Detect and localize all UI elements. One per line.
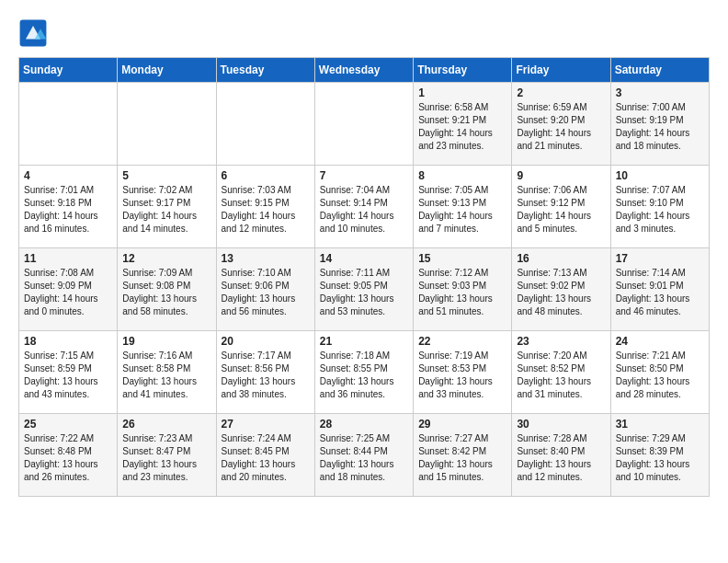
day-info: Sunrise: 7:19 AM Sunset: 8:53 PM Dayligh… <box>418 350 506 401</box>
day-number: 29 <box>418 418 506 431</box>
day-info: Sunrise: 7:06 AM Sunset: 9:12 PM Dayligh… <box>517 184 605 236</box>
day-number: 2 <box>517 86 605 99</box>
calendar-week-row: 25Sunrise: 7:22 AM Sunset: 8:48 PM Dayli… <box>19 414 710 497</box>
calendar-cell: 18Sunrise: 7:15 AM Sunset: 8:59 PM Dayli… <box>19 331 118 414</box>
day-number: 8 <box>418 169 506 182</box>
calendar-cell: 29Sunrise: 7:27 AM Sunset: 8:42 PM Dayli… <box>414 414 512 497</box>
calendar-week-row: 18Sunrise: 7:15 AM Sunset: 8:59 PM Dayli… <box>19 331 710 414</box>
day-info: Sunrise: 7:24 AM Sunset: 8:45 PM Dayligh… <box>222 432 310 484</box>
calendar-week-row: 1Sunrise: 6:58 AM Sunset: 9:21 PM Daylig… <box>19 83 710 166</box>
day-info: Sunrise: 6:59 AM Sunset: 9:20 PM Dayligh… <box>517 101 605 153</box>
day-info: Sunrise: 7:11 AM Sunset: 9:05 PM Dayligh… <box>320 267 408 318</box>
day-info: Sunrise: 7:00 AM Sunset: 9:19 PM Dayligh… <box>616 101 704 153</box>
calendar-cell: 7Sunrise: 7:04 AM Sunset: 9:14 PM Daylig… <box>314 166 413 248</box>
calendar-cell: 19Sunrise: 7:16 AM Sunset: 8:58 PM Dayli… <box>118 331 216 414</box>
day-number: 7 <box>320 169 408 182</box>
day-info: Sunrise: 7:15 AM Sunset: 8:59 PM Dayligh… <box>24 350 112 401</box>
header-thursday: Thursday <box>414 58 512 83</box>
day-info: Sunrise: 7:28 AM Sunset: 8:40 PM Dayligh… <box>517 432 605 484</box>
calendar-header-row: SundayMondayTuesdayWednesdayThursdayFrid… <box>19 58 710 83</box>
header-saturday: Saturday <box>610 58 709 83</box>
calendar-cell: 21Sunrise: 7:18 AM Sunset: 8:55 PM Dayli… <box>314 331 413 414</box>
day-info: Sunrise: 7:13 AM Sunset: 9:02 PM Dayligh… <box>517 267 605 318</box>
header-friday: Friday <box>512 58 610 83</box>
header-wednesday: Wednesday <box>314 58 413 83</box>
logo <box>18 18 51 48</box>
day-number: 27 <box>222 418 310 431</box>
day-info: Sunrise: 7:23 AM Sunset: 8:47 PM Dayligh… <box>122 432 210 484</box>
day-info: Sunrise: 7:09 AM Sunset: 9:08 PM Dayligh… <box>122 267 210 318</box>
calendar-cell: 4Sunrise: 7:01 AM Sunset: 9:18 PM Daylig… <box>19 166 118 248</box>
day-number: 22 <box>418 335 506 348</box>
day-number: 4 <box>24 169 112 182</box>
day-number: 14 <box>320 252 408 265</box>
calendar-cell: 31Sunrise: 7:29 AM Sunset: 8:39 PM Dayli… <box>610 414 709 497</box>
calendar-cell: 25Sunrise: 7:22 AM Sunset: 8:48 PM Dayli… <box>19 414 118 497</box>
day-info: Sunrise: 7:22 AM Sunset: 8:48 PM Dayligh… <box>24 432 112 484</box>
day-number: 6 <box>222 169 310 182</box>
day-info: Sunrise: 7:27 AM Sunset: 8:42 PM Dayligh… <box>418 432 506 484</box>
calendar-cell: 9Sunrise: 7:06 AM Sunset: 9:12 PM Daylig… <box>512 166 610 248</box>
calendar-cell: 8Sunrise: 7:05 AM Sunset: 9:13 PM Daylig… <box>414 166 512 248</box>
day-number: 5 <box>122 169 210 182</box>
day-number: 11 <box>24 252 112 265</box>
calendar-cell: 16Sunrise: 7:13 AM Sunset: 9:02 PM Dayli… <box>512 248 610 331</box>
calendar-cell: 20Sunrise: 7:17 AM Sunset: 8:56 PM Dayli… <box>216 331 314 414</box>
day-info: Sunrise: 7:01 AM Sunset: 9:18 PM Dayligh… <box>24 184 112 236</box>
calendar-cell: 1Sunrise: 6:58 AM Sunset: 9:21 PM Daylig… <box>414 83 512 166</box>
calendar-table: SundayMondayTuesdayWednesdayThursdayFrid… <box>18 57 710 497</box>
day-number: 19 <box>122 335 210 348</box>
calendar-cell: 5Sunrise: 7:02 AM Sunset: 9:17 PM Daylig… <box>118 166 216 248</box>
logo-icon <box>18 18 48 48</box>
header-tuesday: Tuesday <box>216 58 314 83</box>
day-number: 13 <box>222 252 310 265</box>
header-monday: Monday <box>118 58 216 83</box>
day-number: 25 <box>24 418 112 431</box>
day-number: 28 <box>320 418 408 431</box>
calendar-cell <box>314 83 413 166</box>
day-info: Sunrise: 7:08 AM Sunset: 9:09 PM Dayligh… <box>24 267 112 318</box>
day-number: 21 <box>320 335 408 348</box>
day-number: 12 <box>122 252 210 265</box>
day-info: Sunrise: 7:29 AM Sunset: 8:39 PM Dayligh… <box>616 432 704 484</box>
header-sunday: Sunday <box>19 58 118 83</box>
calendar-cell: 27Sunrise: 7:24 AM Sunset: 8:45 PM Dayli… <box>216 414 314 497</box>
calendar-cell <box>118 83 216 166</box>
calendar-cell: 10Sunrise: 7:07 AM Sunset: 9:10 PM Dayli… <box>610 166 709 248</box>
day-number: 16 <box>517 252 605 265</box>
calendar-cell: 26Sunrise: 7:23 AM Sunset: 8:47 PM Dayli… <box>118 414 216 497</box>
day-info: Sunrise: 7:10 AM Sunset: 9:06 PM Dayligh… <box>222 267 310 318</box>
calendar-cell: 12Sunrise: 7:09 AM Sunset: 9:08 PM Dayli… <box>118 248 216 331</box>
day-info: Sunrise: 7:07 AM Sunset: 9:10 PM Dayligh… <box>616 184 704 236</box>
day-info: Sunrise: 7:12 AM Sunset: 9:03 PM Dayligh… <box>418 267 506 318</box>
calendar-cell <box>19 83 118 166</box>
day-info: Sunrise: 7:02 AM Sunset: 9:17 PM Dayligh… <box>122 184 210 236</box>
day-number: 18 <box>24 335 112 348</box>
day-number: 20 <box>222 335 310 348</box>
page-header <box>18 18 710 48</box>
day-number: 10 <box>616 169 704 182</box>
day-info: Sunrise: 7:20 AM Sunset: 8:52 PM Dayligh… <box>517 350 605 401</box>
day-info: Sunrise: 7:14 AM Sunset: 9:01 PM Dayligh… <box>616 267 704 318</box>
day-number: 17 <box>616 252 704 265</box>
calendar-cell: 28Sunrise: 7:25 AM Sunset: 8:44 PM Dayli… <box>314 414 413 497</box>
day-info: Sunrise: 6:58 AM Sunset: 9:21 PM Dayligh… <box>418 101 506 153</box>
calendar-cell <box>216 83 314 166</box>
day-number: 24 <box>616 335 704 348</box>
calendar-week-row: 11Sunrise: 7:08 AM Sunset: 9:09 PM Dayli… <box>19 248 710 331</box>
day-info: Sunrise: 7:17 AM Sunset: 8:56 PM Dayligh… <box>222 350 310 401</box>
day-number: 1 <box>418 86 506 99</box>
day-number: 15 <box>418 252 506 265</box>
calendar-cell: 15Sunrise: 7:12 AM Sunset: 9:03 PM Dayli… <box>414 248 512 331</box>
day-number: 30 <box>517 418 605 431</box>
day-info: Sunrise: 7:25 AM Sunset: 8:44 PM Dayligh… <box>320 432 408 484</box>
day-info: Sunrise: 7:04 AM Sunset: 9:14 PM Dayligh… <box>320 184 408 236</box>
calendar-cell: 14Sunrise: 7:11 AM Sunset: 9:05 PM Dayli… <box>314 248 413 331</box>
calendar-cell: 6Sunrise: 7:03 AM Sunset: 9:15 PM Daylig… <box>216 166 314 248</box>
day-number: 26 <box>122 418 210 431</box>
calendar-cell: 13Sunrise: 7:10 AM Sunset: 9:06 PM Dayli… <box>216 248 314 331</box>
day-number: 9 <box>517 169 605 182</box>
calendar-cell: 2Sunrise: 6:59 AM Sunset: 9:20 PM Daylig… <box>512 83 610 166</box>
calendar-cell: 24Sunrise: 7:21 AM Sunset: 8:50 PM Dayli… <box>610 331 709 414</box>
day-info: Sunrise: 7:16 AM Sunset: 8:58 PM Dayligh… <box>122 350 210 401</box>
